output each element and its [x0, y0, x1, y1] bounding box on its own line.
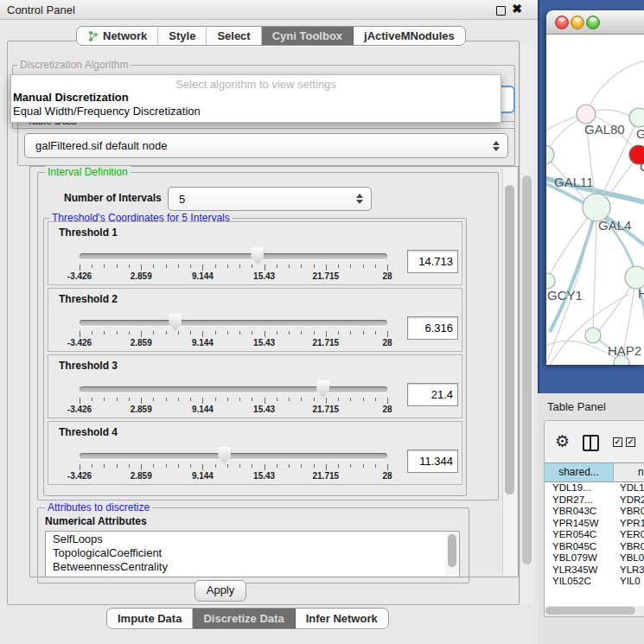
table-horizontal-scrollbar[interactable]: [545, 606, 644, 616]
scrollbar-thumb[interactable]: [448, 534, 456, 567]
slider-thumb[interactable]: [218, 447, 231, 464]
attributes-scrollbar[interactable]: [446, 532, 458, 575]
slider-tick: [338, 265, 339, 268]
bottom-tab-discretize-data[interactable]: Discretize Data: [193, 609, 295, 628]
cell-shared-name[interactable]: YDR27...: [545, 494, 614, 507]
attribute-list-item[interactable]: TopologicalCoefficient: [46, 545, 459, 559]
gear-icon[interactable]: ⚙: [555, 433, 570, 450]
slider-track[interactable]: [80, 453, 387, 459]
cell-name[interactable]: YBR0: [614, 506, 644, 518]
scrollbar-thumb[interactable]: [545, 607, 635, 615]
cell-name[interactable]: YDR2: [614, 494, 644, 507]
network-node[interactable]: [546, 273, 555, 289]
cell-name[interactable]: YPR1: [614, 518, 644, 530]
settings-scrollbar[interactable]: [502, 168, 517, 575]
slider-tick-label: 21.715: [313, 405, 340, 414]
threshold-slider[interactable]: -3.4262.8599.14415.4321.71528: [80, 355, 387, 418]
popup-item-equal-width-frequency[interactable]: Equal Width/Frequency Discretization: [13, 105, 201, 118]
table-row[interactable]: YIL052CYIL0: [545, 576, 644, 587]
bottom-tab-infer-network[interactable]: Infer Network: [296, 609, 388, 628]
network-node[interactable]: [577, 105, 596, 124]
slider-tick: [265, 398, 265, 404]
slider-thumb[interactable]: [169, 314, 182, 331]
cell-shared-name[interactable]: YBL079W: [545, 552, 614, 564]
slider-tick: [92, 265, 92, 268]
slider-tick: [289, 265, 290, 268]
panel-scrollbar[interactable]: [520, 41, 534, 603]
cell-shared-name[interactable]: YLR345W: [545, 564, 614, 577]
slider-tick: [277, 265, 277, 268]
attribute-list-item[interactable]: BetweennessCentrality: [46, 559, 459, 573]
slider-tick-label: 9.144: [192, 338, 214, 348]
slider-tick: [104, 331, 105, 335]
threshold-value-field[interactable]: 11.344: [407, 450, 458, 473]
table-row[interactable]: YDR27...YDR2: [545, 494, 644, 507]
tab-jactivemnodules[interactable]: jActiveMNodules: [354, 27, 465, 45]
column-header-name[interactable]: n...: [614, 463, 644, 481]
slider-tick: [387, 398, 388, 404]
table-row[interactable]: YLR345WYLR3: [545, 564, 644, 577]
split-columns-icon[interactable]: [583, 435, 599, 451]
cell-name[interactable]: YER0: [614, 529, 644, 541]
slider-thumb[interactable]: [251, 247, 264, 265]
cell-shared-name[interactable]: YDL19...: [545, 482, 614, 494]
cell-name[interactable]: YBL0: [614, 552, 644, 564]
slider-tick: [202, 265, 203, 271]
popup-item-manual-discretization[interactable]: Manual Discretization: [13, 91, 129, 104]
threshold-value-field[interactable]: 6.316: [407, 316, 458, 340]
cell-shared-name[interactable]: YPR145W: [545, 518, 614, 530]
bottom-tab-impute-data[interactable]: Impute Data: [107, 609, 193, 628]
threshold-slider[interactable]: -3.4262.8599.14415.4321.71528: [80, 422, 387, 484]
close-icon[interactable]: ✖: [512, 2, 522, 12]
scrollbar-thumb[interactable]: [522, 175, 532, 564]
table-row[interactable]: YER054CYER0: [545, 529, 644, 541]
slider-track[interactable]: [80, 386, 387, 392]
tab-network[interactable]: Network: [77, 27, 158, 45]
slider-track[interactable]: [80, 320, 387, 326]
network-node[interactable]: [546, 145, 554, 164]
column-header-shared-name[interactable]: shared...: [545, 463, 614, 481]
tab-cyni-toolbox[interactable]: Cyni Toolbox: [262, 27, 354, 45]
threshold-value-field[interactable]: 21.4: [407, 383, 458, 406]
network-view[interactable]: GAL80GACGAL11GAL4HGCY1HAP2: [546, 35, 644, 365]
tab-select[interactable]: Select: [207, 27, 261, 45]
checkbox-icon[interactable]: ✓: [626, 437, 635, 447]
threshold-slider[interactable]: -3.4262.8599.14415.4321.71528: [80, 222, 387, 284]
network-node[interactable]: [585, 328, 601, 343]
table-data-combobox[interactable]: galFiltered.sif default node: [24, 133, 508, 158]
threshold-value-field[interactable]: 14.713: [407, 250, 458, 273]
cell-name[interactable]: YDL1: [614, 482, 644, 494]
slider-tick: [239, 331, 240, 335]
table-row[interactable]: YPR145WYPR1: [545, 518, 644, 530]
slider-thumb[interactable]: [316, 380, 329, 398]
minimize-traffic-light-icon[interactable]: [571, 16, 584, 29]
slider-track[interactable]: [80, 253, 387, 259]
table-row[interactable]: YBR045CYBR0: [545, 541, 644, 553]
cell-name[interactable]: YIL0: [614, 576, 644, 587]
numerical-attributes-list[interactable]: SelfLoopsTopologicalCoefficientBetweenne…: [45, 531, 460, 577]
slider-tick: [326, 398, 327, 404]
table-row[interactable]: YBL079WYBL0: [545, 552, 644, 564]
network-node[interactable]: [629, 108, 644, 127]
threshold-slider[interactable]: -3.4262.8599.14415.4321.71528: [80, 289, 387, 351]
slider-tick: [239, 265, 240, 268]
table-row[interactable]: YDL19...YDL1: [545, 482, 644, 494]
cell-shared-name[interactable]: YER054C: [545, 529, 614, 541]
float-window-icon[interactable]: [496, 6, 506, 16]
cell-shared-name[interactable]: YBR043C: [545, 506, 614, 518]
bottom-tab-bar: Impute DataDiscretize DataInfer Network: [106, 608, 389, 629]
cell-shared-name[interactable]: YBR045C: [545, 541, 614, 553]
table-row[interactable]: YBR043CYBR0: [545, 506, 644, 518]
zoom-traffic-light-icon[interactable]: [586, 16, 600, 29]
number-of-intervals-combobox[interactable]: 5: [168, 187, 372, 211]
cell-shared-name[interactable]: YIL052C: [545, 576, 614, 587]
cell-name[interactable]: YLR3: [614, 564, 644, 577]
cell-name[interactable]: YBR0: [614, 541, 644, 553]
attribute-list-item[interactable]: SelfLoops: [46, 532, 459, 545]
slider-tick: [338, 464, 339, 468]
close-traffic-light-icon[interactable]: [555, 16, 569, 29]
scrollbar-thumb[interactable]: [505, 185, 514, 494]
tab-style[interactable]: Style: [158, 27, 207, 45]
checkbox-icon[interactable]: ✓: [613, 437, 622, 447]
apply-button[interactable]: Apply: [194, 580, 246, 602]
